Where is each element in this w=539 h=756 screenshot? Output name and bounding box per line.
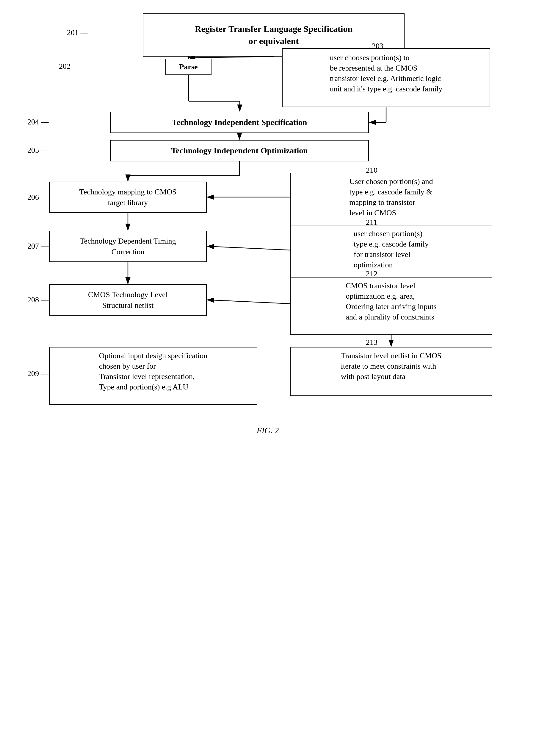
- node-203: user chooses portion(s) to be represente…: [282, 48, 490, 107]
- figure-caption: FIG. 2: [223, 426, 312, 435]
- label-213: 213: [366, 338, 377, 347]
- node-211: user chosen portion(s) type e.g. cascode…: [290, 225, 492, 283]
- label-201: 201 —: [67, 28, 88, 37]
- label-204: 204 —: [27, 118, 49, 127]
- label-206: 206 —: [27, 193, 49, 202]
- node-202-parse: Parse: [165, 59, 211, 75]
- diagram-container: Register Transfer Language Specification…: [0, 0, 539, 756]
- node-207: Technology Dependent Timing Correction: [49, 231, 207, 262]
- node-204: Technology Independent Specification: [110, 112, 369, 133]
- svg-line-19: [207, 300, 290, 304]
- node-209: Optional input design specification chos…: [49, 347, 257, 405]
- node-212: CMOS transistor level optimization e.g. …: [290, 277, 492, 335]
- label-202: 202: [59, 62, 70, 71]
- node-213: Transistor level netlist in CMOS iterate…: [290, 347, 492, 396]
- svg-line-1: [189, 56, 274, 58]
- node-206: Technology mapping to CMOS target librar…: [49, 182, 207, 213]
- label-207: 207 —: [27, 242, 49, 251]
- node-210: User chosen portion(s) and type e.g. cas…: [290, 173, 492, 231]
- label-205: 205 —: [27, 146, 49, 155]
- node-205: Technology Independent Optimization: [110, 140, 369, 161]
- label-209: 209 —: [27, 369, 49, 378]
- node-208: CMOS Technology Level Structural netlist: [49, 284, 207, 316]
- svg-line-17: [207, 246, 290, 250]
- label-208: 208 —: [27, 295, 49, 304]
